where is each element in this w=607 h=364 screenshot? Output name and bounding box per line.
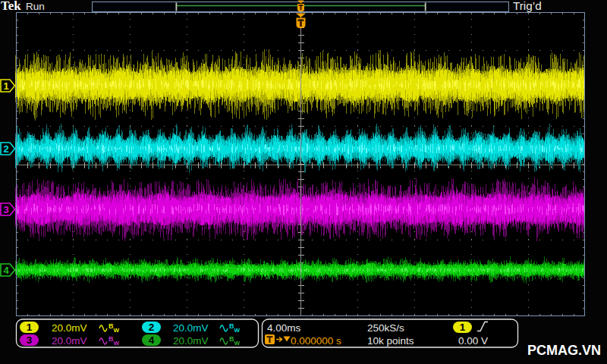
svg-text:10k points: 10k points — [367, 335, 414, 347]
svg-text:2: 2 — [3, 143, 8, 155]
svg-text:W: W — [114, 327, 120, 334]
svg-text:PCMAG.VN: PCMAG.VN — [527, 343, 601, 358]
svg-text:W: W — [234, 327, 241, 334]
svg-text:Trig’d: Trig’d — [513, 0, 542, 12]
svg-text:20.0mV: 20.0mV — [52, 322, 87, 334]
svg-text:250kS/s: 250kS/s — [367, 322, 404, 334]
svg-text:20.0mV: 20.0mV — [173, 322, 209, 334]
svg-text:1: 1 — [460, 322, 466, 333]
svg-text:0.000000 s: 0.000000 s — [291, 335, 341, 347]
svg-text:0.00 V: 0.00 V — [458, 335, 488, 347]
svg-text:W: W — [234, 340, 241, 347]
svg-text:1: 1 — [27, 322, 33, 333]
svg-text:2: 2 — [149, 322, 155, 333]
svg-text:3: 3 — [27, 334, 33, 346]
svg-text:4: 4 — [149, 334, 155, 346]
svg-text:W: W — [114, 340, 120, 347]
svg-text:3: 3 — [3, 204, 8, 215]
svg-text:20.0mV: 20.0mV — [173, 335, 209, 347]
svg-text:20.0mV: 20.0mV — [52, 335, 87, 347]
svg-text:Tek: Tek — [1, 0, 21, 13]
svg-text:4.00ms: 4.00ms — [267, 322, 301, 334]
svg-text:Run: Run — [26, 1, 45, 12]
svg-text:4: 4 — [3, 265, 9, 276]
svg-text:1: 1 — [3, 80, 8, 92]
